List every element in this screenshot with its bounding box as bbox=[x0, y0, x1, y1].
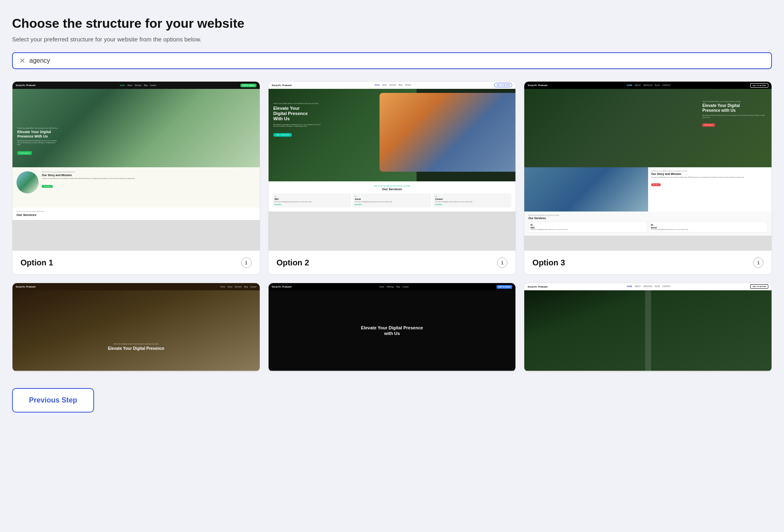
option-5-preview: Suraj Kr. Prakash HomeOfferingsBlogConta… bbox=[269, 283, 516, 372]
search-bar: ✕ bbox=[12, 52, 772, 69]
option-card-2[interactable]: Suraj Kr. Prakash Home AboutServicesBlog… bbox=[268, 81, 516, 275]
clear-search-icon[interactable]: ✕ bbox=[19, 57, 25, 64]
search-input[interactable] bbox=[29, 57, 765, 64]
option-6-preview: Suraj Kr. Prakash HOME ABOUTSERVICESBLOG… bbox=[524, 283, 772, 372]
option-3-footer: Option 3 ℹ bbox=[524, 251, 772, 274]
option-3-info-icon[interactable]: ℹ bbox=[753, 257, 763, 268]
page-title: Choose the structure for your website bbox=[12, 16, 772, 31]
option-card-6[interactable]: Suraj Kr. Prakash HOME ABOUTSERVICESBLOG… bbox=[524, 283, 772, 372]
option-card-4[interactable]: Suraj Kr. Prakash HomeAboutServicesBlogC… bbox=[12, 283, 260, 372]
option-2-info-icon[interactable]: ℹ bbox=[497, 257, 507, 268]
option-1-label: Option 1 bbox=[21, 258, 53, 267]
option-1-info-icon[interactable]: ℹ bbox=[241, 257, 252, 268]
option-2-preview: Suraj Kr. Prakash Home AboutServicesBlog… bbox=[269, 82, 516, 251]
option-1-preview: Suraj Kr. Prakash Home AboutServicesBlog… bbox=[12, 82, 260, 251]
option-card-1[interactable]: Suraj Kr. Prakash Home AboutServicesBlog… bbox=[12, 81, 260, 275]
option-3-preview: Suraj Kr. Prakash HOME ABOUTSERVICESBLOG… bbox=[524, 82, 772, 251]
bottom-bar: Previous Step bbox=[12, 384, 772, 417]
option-3-label: Option 3 bbox=[532, 258, 565, 267]
option-card-5[interactable]: Suraj Kr. Prakash HomeOfferingsBlogConta… bbox=[268, 283, 516, 372]
page-subtitle: Select your preferred structure for your… bbox=[12, 36, 772, 43]
option-1-footer: Option 1 ℹ bbox=[12, 251, 260, 274]
previous-step-button[interactable]: Previous Step bbox=[12, 388, 94, 413]
option-2-footer: Option 2 ℹ bbox=[269, 251, 516, 274]
options-grid: Suraj Kr. Prakash Home AboutServicesBlog… bbox=[12, 81, 772, 372]
option-2-label: Option 2 bbox=[277, 258, 309, 267]
option-4-preview: Suraj Kr. Prakash HomeAboutServicesBlogC… bbox=[12, 283, 260, 372]
option-card-3[interactable]: Suraj Kr. Prakash HOME ABOUTSERVICESBLOG… bbox=[524, 81, 772, 275]
